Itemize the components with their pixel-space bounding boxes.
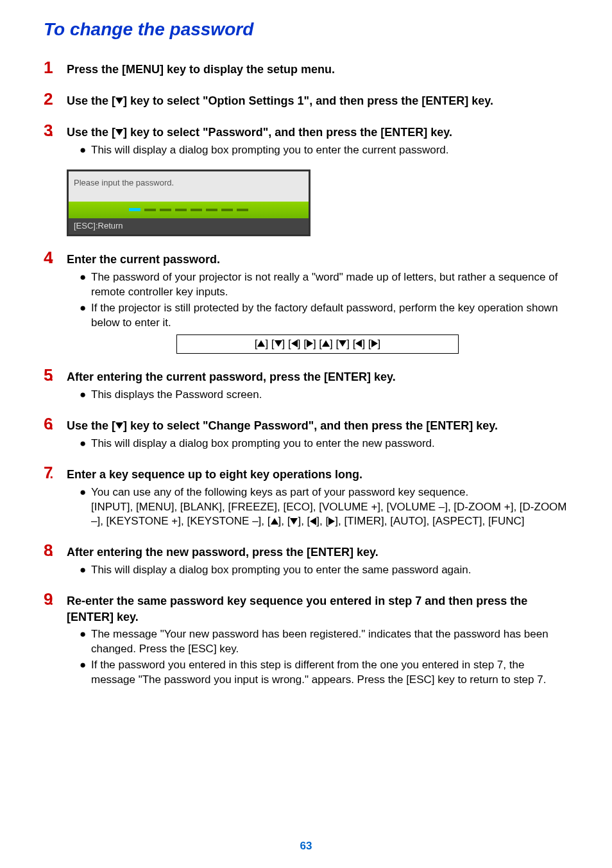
right-arrow-icon	[328, 517, 335, 525]
step-5: 5. After entering the current password, …	[44, 365, 568, 403]
step-title: After entering the new password, press t…	[67, 544, 378, 560]
step-title: Press the [MENU] key to display the setu…	[67, 62, 335, 77]
password-dialog: Please input the password. [ESC]:Return	[67, 169, 310, 236]
step-number: 4.	[44, 248, 67, 268]
bullet-list: ●The message "Your new password has been…	[80, 627, 568, 688]
down-arrow-icon	[115, 422, 123, 429]
right-arrow-icon	[307, 340, 313, 347]
down-arrow-icon	[275, 340, 282, 347]
down-arrow-icon	[290, 518, 298, 525]
step-number: 7.	[44, 463, 67, 483]
page-number: 63	[0, 840, 612, 853]
down-arrow-icon	[115, 98, 123, 104]
step-title: After entering the current password, pre…	[67, 369, 396, 385]
step-number: 8.	[44, 541, 67, 560]
step-number: 1.	[44, 58, 67, 78]
down-arrow-icon	[339, 340, 346, 347]
step-6: 6. Use the [] key to select "Change Pass…	[44, 414, 568, 451]
step-number: 3.	[44, 121, 67, 141]
step-number: 5.	[44, 365, 67, 385]
step-number: 6.	[44, 414, 67, 434]
step-title: Use the [] key to select "Change Passwor…	[67, 418, 498, 433]
down-arrow-icon	[115, 129, 123, 135]
bullet-list: ●This will display a dialog box promptin…	[80, 563, 568, 578]
up-arrow-icon	[322, 340, 330, 347]
step-7: 7. Enter a key sequence up to eight key …	[44, 463, 568, 530]
step-2: 2. Use the [] key to select "Option Sett…	[44, 89, 568, 109]
bullet-list: ●This will display a dialog box promptin…	[80, 437, 568, 451]
step-8: 8. After entering the new password, pres…	[44, 541, 568, 578]
right-arrow-icon	[371, 340, 378, 347]
up-arrow-icon	[271, 518, 278, 525]
dialog-footer: [ESC]:Return	[69, 218, 309, 234]
step-number: 9.	[44, 589, 67, 609]
bullet-list: ●This displays the Password screen.	[80, 388, 568, 403]
section-title: To change the password	[44, 19, 568, 40]
default-password-sequence: [] [] [] [] [] [] [] []	[176, 334, 459, 354]
bullet-list: ●The password of your projector is not r…	[80, 270, 568, 331]
step-4: 4. Enter the current password. ●The pass…	[44, 248, 568, 354]
bullet-list: ●This will display a dialog box promptin…	[80, 143, 568, 158]
step-title: Enter the current password.	[67, 252, 220, 267]
up-arrow-icon	[257, 340, 265, 347]
left-arrow-icon	[355, 340, 362, 347]
dialog-prompt: Please input the password.	[69, 171, 309, 202]
step-title: Re-enter the same password key sequence …	[67, 593, 568, 625]
password-input-bar	[69, 202, 309, 218]
left-arrow-icon	[291, 340, 298, 347]
step-title: Enter a key sequence up to eight key ope…	[67, 467, 362, 482]
step-9: 9. Re-enter the same password key sequen…	[44, 589, 568, 687]
step-title: Use the [] key to select "Password", and…	[67, 125, 452, 140]
step-title: Use the [] key to select "Option Setting…	[67, 93, 493, 108]
step-3: 3. Use the [] key to select "Password", …	[44, 121, 568, 158]
bullet-list: ● You can use any of the following keys …	[80, 485, 568, 530]
step-number: 2.	[44, 89, 67, 109]
step-1: 1. Press the [MENU] key to display the s…	[44, 58, 568, 78]
left-arrow-icon	[310, 517, 316, 525]
